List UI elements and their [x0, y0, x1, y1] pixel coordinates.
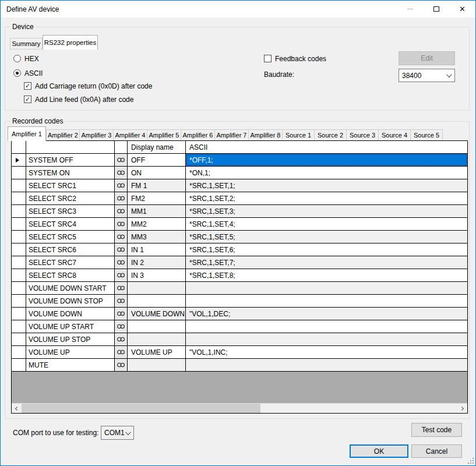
display-name-cell[interactable] — [128, 282, 186, 294]
row-selector-cell[interactable] — [12, 179, 26, 192]
row-selector-cell[interactable] — [12, 205, 26, 217]
tab-summary[interactable]: Summary — [10, 38, 43, 50]
row-selector-cell[interactable] — [12, 295, 26, 307]
command-name-cell[interactable]: VOLUME DOWN — [26, 308, 115, 320]
link-cell[interactable] — [115, 205, 128, 217]
command-name-cell[interactable]: SELECT SRC6 — [26, 243, 115, 256]
ascii-code-cell[interactable]: "VOL,1,DEC; — [186, 308, 467, 320]
command-name-cell[interactable]: VOLUME UP START — [26, 320, 115, 333]
command-name-cell[interactable]: SELECT SRC3 — [26, 205, 115, 217]
command-name-cell[interactable]: SELECT SRC2 — [26, 192, 115, 204]
feedback-codes-checkbox[interactable]: Feedback codes — [264, 54, 326, 63]
tab-amplifier-3[interactable]: Amplifier 3 — [80, 129, 114, 141]
ascii-code-cell[interactable] — [186, 359, 467, 371]
display-name-cell[interactable]: MM2 — [128, 218, 186, 230]
row-selector-cell[interactable] — [12, 282, 26, 294]
link-cell[interactable] — [115, 154, 128, 166]
ascii-code-cell[interactable]: *SRC,1,SET,6; — [186, 243, 467, 256]
ascii-code-cell[interactable]: *SRC,1,SET,8; — [186, 269, 467, 281]
command-name-cell[interactable]: SYSTEM ON — [26, 167, 115, 179]
ok-button[interactable]: OK — [350, 444, 408, 458]
ascii-code-cell[interactable]: *SRC,1,SET,5; — [186, 231, 467, 243]
link-cell[interactable] — [115, 192, 128, 204]
tab-source-4[interactable]: Source 4 — [379, 129, 411, 141]
radio-hex[interactable]: HEX — [13, 54, 39, 63]
link-cell[interactable] — [115, 167, 128, 179]
row-selector-cell[interactable] — [12, 154, 26, 166]
command-name-cell[interactable]: SYSTEM OFF — [26, 154, 115, 166]
tab-source-3[interactable]: Source 3 — [347, 129, 379, 141]
ascii-code-cell[interactable] — [186, 295, 467, 307]
display-name-cell[interactable] — [128, 359, 186, 371]
ascii-code-cell[interactable]: *SRC,1,SET,3; — [186, 205, 467, 217]
link-cell[interactable] — [115, 320, 128, 333]
display-name-cell[interactable]: ON — [128, 167, 186, 179]
horizontal-scrollbar[interactable] — [12, 403, 467, 413]
display-name-cell[interactable]: IN 3 — [128, 269, 186, 281]
link-cell[interactable] — [115, 179, 128, 192]
scrollbar-thumb[interactable] — [22, 404, 260, 413]
link-cell[interactable] — [115, 243, 128, 256]
row-selector-cell[interactable] — [12, 333, 26, 345]
row-selector-cell[interactable] — [12, 359, 26, 371]
link-cell[interactable] — [115, 308, 128, 320]
command-name-cell[interactable]: MUTE — [26, 359, 115, 371]
link-cell[interactable] — [115, 282, 128, 294]
edit-button[interactable]: Edit — [399, 51, 455, 65]
tab-amplifier-8[interactable]: Amplifier 8 — [249, 129, 283, 141]
row-selector-cell[interactable] — [12, 256, 26, 269]
link-cell[interactable] — [115, 333, 128, 345]
command-name-cell[interactable]: SELECT SRC4 — [26, 218, 115, 230]
cancel-button[interactable]: Cancel — [411, 444, 462, 458]
row-selector-cell[interactable] — [12, 167, 26, 179]
ascii-code-cell[interactable] — [186, 282, 467, 294]
display-name-cell[interactable]: MM3 — [128, 231, 186, 243]
command-name-cell[interactable]: SELECT SRC5 — [26, 231, 115, 243]
tab-amplifier-2[interactable]: Amplifier 2 — [46, 129, 80, 141]
display-name-cell[interactable]: MM1 — [128, 205, 186, 217]
display-name-cell[interactable]: FM2 — [128, 192, 186, 204]
baudrate-select[interactable]: 38400 — [399, 69, 455, 82]
radio-ascii[interactable]: ASCII — [13, 69, 43, 77]
tab-amplifier-1[interactable]: Amplifier 1 — [8, 126, 46, 141]
scroll-right-button[interactable] — [457, 404, 467, 413]
com-port-select[interactable]: COM1 — [101, 426, 134, 440]
tab-source-5[interactable]: Source 5 — [411, 129, 443, 141]
command-name-cell[interactable]: VOLUME DOWN STOP — [26, 295, 115, 307]
tab-amplifier-5[interactable]: Amplifier 5 — [147, 129, 181, 141]
close-button[interactable]: ✕ — [449, 1, 475, 17]
display-name-cell[interactable] — [128, 295, 186, 307]
minimize-button[interactable] — [397, 1, 423, 17]
scrollbar-track[interactable] — [22, 404, 457, 413]
link-cell[interactable] — [115, 269, 128, 281]
display-name-cell[interactable]: VOLUME DOWN — [128, 308, 186, 320]
row-selector-cell[interactable] — [12, 320, 26, 333]
row-selector-cell[interactable] — [12, 308, 26, 320]
command-name-cell[interactable]: VOLUME DOWN START — [26, 282, 115, 294]
ascii-code-cell[interactable]: *OFF,1; — [186, 154, 467, 166]
row-selector-cell[interactable] — [12, 346, 26, 358]
display-name-cell[interactable]: IN 1 — [128, 243, 186, 256]
resize-grip[interactable] — [468, 458, 474, 464]
command-name-cell[interactable]: VOLUME UP — [26, 346, 115, 358]
ascii-code-cell[interactable]: *SRC,1,SET,4; — [186, 218, 467, 230]
scroll-left-button[interactable] — [12, 404, 22, 413]
tab-amplifier-7[interactable]: Amplifier 7 — [215, 129, 249, 141]
test-code-button[interactable]: Test code — [411, 423, 462, 437]
checkbox-option[interactable]: ✓Add Line feed (0x0A) after code — [24, 95, 133, 104]
link-cell[interactable] — [115, 218, 128, 230]
command-name-cell[interactable]: VOLUME UP STOP — [26, 333, 115, 345]
command-name-cell[interactable]: SELECT SRC1 — [26, 179, 115, 192]
display-name-cell[interactable]: IN 2 — [128, 256, 186, 269]
tab-amplifier-6[interactable]: Amplifier 6 — [181, 129, 215, 141]
display-name-cell[interactable]: FM 1 — [128, 179, 186, 192]
row-selector-cell[interactable] — [12, 269, 26, 281]
link-cell[interactable] — [115, 346, 128, 358]
tab-amplifier-4[interactable]: Amplifier 4 — [114, 129, 147, 141]
link-cell[interactable] — [115, 295, 128, 307]
command-name-cell[interactable]: SELECT SRC8 — [26, 269, 115, 281]
tab-source-1[interactable]: Source 1 — [283, 129, 315, 141]
ascii-code-cell[interactable] — [186, 333, 467, 345]
ascii-code-cell[interactable]: *SRC,1,SET,7; — [186, 256, 467, 269]
checkbox-option[interactable]: ✓Add Carriage return (0x0D) after code — [24, 82, 152, 90]
